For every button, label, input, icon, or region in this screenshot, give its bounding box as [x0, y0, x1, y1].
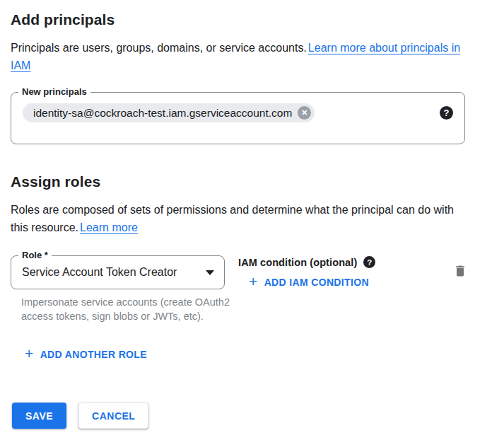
add-another-role-button[interactable]: + ADD ANOTHER ROLE — [25, 349, 147, 360]
trash-icon — [453, 264, 467, 278]
principals-description-text: Principals are users, groups, domains, o… — [11, 42, 307, 54]
add-another-role-label: ADD ANOTHER ROLE — [40, 349, 147, 360]
chip-remove-icon[interactable]: ✕ — [298, 106, 311, 120]
assign-roles-heading: Assign roles — [11, 173, 476, 190]
add-principals-panel: Add principals Principals are users, gro… — [0, 0, 476, 429]
role-select-value: Service Account Token Creator — [22, 266, 199, 279]
learn-more-roles-link[interactable]: Learn more — [80, 221, 138, 233]
role-column: Role * Service Account Token Creator Imp… — [11, 255, 225, 323]
principal-chip-text: identity-sa@cockroach-test.iam.gservicea… — [33, 107, 292, 120]
roles-description: Roles are composed of sets of permission… — [11, 201, 474, 236]
iam-condition-help-icon[interactable]: ? — [363, 256, 375, 268]
principals-description: Principals are users, groups, domains, o… — [11, 39, 474, 74]
principal-chip: identity-sa@cockroach-test.iam.gservicea… — [23, 103, 315, 122]
delete-role-button[interactable] — [452, 262, 469, 279]
plus-icon: + — [249, 277, 258, 287]
plus-icon: + — [25, 349, 34, 359]
chevron-down-icon — [206, 270, 214, 275]
cancel-button[interactable]: CANCEL — [78, 403, 148, 429]
new-principals-field[interactable]: New principals identity-sa@cockroach-tes… — [11, 92, 465, 144]
iam-condition-label-row: IAM condition (optional) ? — [238, 256, 452, 268]
dialog-actions: SAVE CANCEL — [12, 403, 476, 429]
role-row: Role * Service Account Token Creator Imp… — [11, 255, 476, 323]
iam-condition-label: IAM condition (optional) — [238, 257, 357, 268]
role-select[interactable]: Role * Service Account Token Creator — [11, 255, 225, 289]
role-select-label: Role * — [18, 250, 52, 261]
iam-condition-column: IAM condition (optional) ? + ADD IAM CON… — [238, 255, 452, 290]
principals-help-icon[interactable]: ? — [440, 106, 453, 120]
add-principals-heading: Add principals — [11, 11, 476, 28]
roles-description-text: Roles are composed of sets of permission… — [11, 204, 454, 233]
save-button[interactable]: SAVE — [12, 403, 66, 429]
new-principals-label: New principals — [18, 86, 90, 98]
add-iam-condition-button[interactable]: + ADD IAM CONDITION — [249, 277, 369, 288]
role-helper-text: Impersonate service accounts (create OAu… — [21, 296, 233, 323]
add-iam-condition-label: ADD IAM CONDITION — [264, 277, 369, 288]
